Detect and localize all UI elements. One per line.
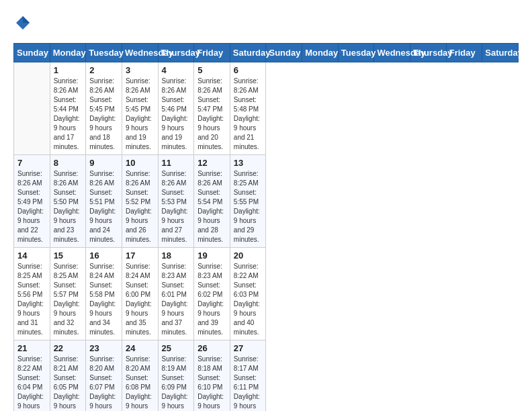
day-number: 15: [54, 250, 83, 261]
day-info: Sunrise: 8:25 AMSunset: 5:57 PMDaylight:…: [54, 262, 83, 337]
day-info: Sunrise: 8:23 AMSunset: 6:01 PMDaylight:…: [162, 262, 191, 337]
calendar-cell: 1 Sunrise: 8:26 AMSunset: 5:44 PMDayligh…: [50, 62, 86, 155]
col-header-monday: Monday: [50, 44, 86, 62]
day-number: 5: [197, 65, 226, 75]
col-header-saturday: Saturday: [482, 44, 519, 62]
day-number: 25: [162, 343, 191, 353]
col-header-sunday: Sunday: [14, 44, 50, 62]
day-number: 6: [234, 65, 263, 75]
calendar-cell: 19 Sunrise: 8:23 AMSunset: 6:02 PMDaylig…: [194, 248, 230, 340]
day-info: Sunrise: 8:25 AMSunset: 5:56 PMDaylight:…: [17, 262, 46, 337]
col-header-wednesday: Wednesday: [122, 44, 158, 62]
calendar-cell: 2 Sunrise: 8:26 AMSunset: 5:45 PMDayligh…: [86, 62, 122, 155]
header-row: SundayMondayTuesdayWednesdayThursdayFrid…: [14, 44, 519, 62]
day-info: Sunrise: 8:26 AMSunset: 5:48 PMDaylight:…: [234, 77, 263, 152]
calendar-cell: 14 Sunrise: 8:25 AMSunset: 5:56 PMDaylig…: [14, 248, 50, 340]
col-header-friday: Friday: [446, 44, 482, 62]
day-number: 20: [234, 250, 263, 261]
calendar-cell: 3 Sunrise: 8:26 AMSunset: 5:45 PMDayligh…: [122, 62, 158, 155]
day-info: Sunrise: 8:24 AMSunset: 5:58 PMDaylight:…: [89, 262, 118, 337]
day-info: Sunrise: 8:20 AMSunset: 6:07 PMDaylight:…: [89, 355, 118, 411]
day-number: 21: [17, 343, 46, 353]
day-info: Sunrise: 8:25 AMSunset: 5:55 PMDaylight:…: [234, 169, 263, 244]
calendar-cell: [14, 62, 50, 155]
day-info: Sunrise: 8:21 AMSunset: 6:05 PMDaylight:…: [54, 355, 83, 411]
calendar-cell: 24 Sunrise: 8:20 AMSunset: 6:08 PMDaylig…: [122, 340, 158, 412]
calendar-cell: 25 Sunrise: 8:19 AMSunset: 6:09 PMDaylig…: [158, 340, 194, 412]
day-info: Sunrise: 8:26 AMSunset: 5:54 PMDaylight:…: [197, 169, 226, 244]
calendar-cell: 15 Sunrise: 8:25 AMSunset: 5:57 PMDaylig…: [50, 248, 86, 340]
col-header-tuesday: Tuesday: [338, 44, 374, 62]
calendar-cell: 20 Sunrise: 8:22 AMSunset: 6:03 PMDaylig…: [230, 248, 266, 340]
calendar-cell: 26 Sunrise: 8:18 AMSunset: 6:10 PMDaylig…: [194, 340, 230, 412]
day-number: 2: [89, 65, 118, 75]
day-number: 27: [234, 343, 263, 353]
col-header-wednesday: Wednesday: [374, 44, 410, 62]
col-header-friday: Friday: [194, 44, 230, 62]
day-number: 13: [234, 158, 263, 168]
calendar-cell: 4 Sunrise: 8:26 AMSunset: 5:46 PMDayligh…: [158, 62, 194, 155]
calendar-cell: 27 Sunrise: 8:17 AMSunset: 6:11 PMDaylig…: [230, 340, 266, 412]
day-info: Sunrise: 8:26 AMSunset: 5:47 PMDaylight:…: [197, 77, 226, 152]
day-number: 22: [54, 343, 83, 353]
logo-icon: [13, 13, 32, 32]
day-info: Sunrise: 8:22 AMSunset: 6:04 PMDaylight:…: [17, 355, 46, 411]
calendar-cell: 5 Sunrise: 8:26 AMSunset: 5:47 PMDayligh…: [194, 62, 230, 155]
day-info: Sunrise: 8:26 AMSunset: 5:49 PMDaylight:…: [17, 169, 46, 244]
day-info: Sunrise: 8:18 AMSunset: 6:10 PMDaylight:…: [197, 355, 226, 411]
svg-marker-1: [23, 16, 30, 23]
calendar-cell: 12 Sunrise: 8:26 AMSunset: 5:54 PMDaylig…: [194, 155, 230, 248]
day-info: Sunrise: 8:26 AMSunset: 5:52 PMDaylight:…: [126, 169, 154, 244]
col-header-saturday: Saturday: [230, 44, 266, 62]
col-header-thursday: Thursday: [158, 44, 194, 62]
day-info: Sunrise: 8:26 AMSunset: 5:45 PMDaylight:…: [126, 77, 154, 152]
calendar-cell: 9 Sunrise: 8:26 AMSunset: 5:51 PMDayligh…: [86, 155, 122, 248]
calendar-cell: 13 Sunrise: 8:25 AMSunset: 5:55 PMDaylig…: [230, 155, 266, 248]
day-number: 19: [197, 250, 226, 261]
day-info: Sunrise: 8:23 AMSunset: 6:02 PMDaylight:…: [197, 262, 226, 337]
col-header-monday: Monday: [302, 44, 339, 62]
day-number: 3: [126, 65, 154, 75]
calendar-cell: 16 Sunrise: 8:24 AMSunset: 5:58 PMDaylig…: [86, 248, 122, 340]
calendar-cell: 7 Sunrise: 8:26 AMSunset: 5:49 PMDayligh…: [14, 155, 50, 248]
calendar-cell: 22 Sunrise: 8:21 AMSunset: 6:05 PMDaylig…: [50, 340, 86, 412]
calendar-cell: 6 Sunrise: 8:26 AMSunset: 5:48 PMDayligh…: [230, 62, 266, 155]
day-number: 12: [197, 158, 226, 168]
day-number: 1: [54, 65, 83, 75]
calendar-cell: 10 Sunrise: 8:26 AMSunset: 5:52 PMDaylig…: [122, 155, 158, 248]
day-number: 17: [126, 250, 154, 261]
calendar-cell: 8 Sunrise: 8:26 AMSunset: 5:50 PMDayligh…: [50, 155, 86, 248]
day-number: 10: [126, 158, 154, 168]
day-number: 8: [54, 158, 83, 168]
day-info: Sunrise: 8:26 AMSunset: 5:50 PMDaylight:…: [54, 169, 83, 244]
day-info: Sunrise: 8:19 AMSunset: 6:09 PMDaylight:…: [162, 355, 191, 411]
day-info: Sunrise: 8:24 AMSunset: 6:00 PMDaylight:…: [126, 262, 154, 337]
day-number: 11: [162, 158, 191, 168]
day-number: 9: [89, 158, 118, 168]
col-header-thursday: Thursday: [410, 44, 447, 62]
day-number: 14: [17, 250, 46, 261]
week-row-3: 14 Sunrise: 8:25 AMSunset: 5:56 PMDaylig…: [14, 248, 519, 340]
logo: [13, 13, 35, 32]
week-row-1: 1 Sunrise: 8:26 AMSunset: 5:44 PMDayligh…: [14, 62, 519, 155]
day-number: 7: [17, 158, 46, 168]
day-info: Sunrise: 8:22 AMSunset: 6:03 PMDaylight:…: [234, 262, 263, 337]
week-row-2: 7 Sunrise: 8:26 AMSunset: 5:49 PMDayligh…: [14, 155, 519, 248]
day-info: Sunrise: 8:26 AMSunset: 5:51 PMDaylight:…: [89, 169, 118, 244]
day-number: 16: [89, 250, 118, 261]
day-number: 23: [89, 343, 118, 353]
day-info: Sunrise: 8:26 AMSunset: 5:53 PMDaylight:…: [162, 169, 191, 244]
day-number: 18: [162, 250, 191, 261]
calendar-cell: 21 Sunrise: 8:22 AMSunset: 6:04 PMDaylig…: [14, 340, 50, 412]
week-row-4: 21 Sunrise: 8:22 AMSunset: 6:04 PMDaylig…: [14, 340, 519, 412]
day-number: 26: [197, 343, 226, 353]
day-number: 4: [162, 65, 191, 75]
calendar-cell: 17 Sunrise: 8:24 AMSunset: 6:00 PMDaylig…: [122, 248, 158, 340]
col-header-tuesday: Tuesday: [86, 44, 122, 62]
day-info: Sunrise: 8:26 AMSunset: 5:44 PMDaylight:…: [54, 77, 83, 152]
day-info: Sunrise: 8:20 AMSunset: 6:08 PMDaylight:…: [126, 355, 154, 411]
calendar-cell: 18 Sunrise: 8:23 AMSunset: 6:01 PMDaylig…: [158, 248, 194, 340]
day-info: Sunrise: 8:26 AMSunset: 5:46 PMDaylight:…: [162, 77, 191, 152]
col-header-sunday: Sunday: [266, 44, 302, 62]
calendar-table: SundayMondayTuesdayWednesdayThursdayFrid…: [13, 43, 519, 411]
